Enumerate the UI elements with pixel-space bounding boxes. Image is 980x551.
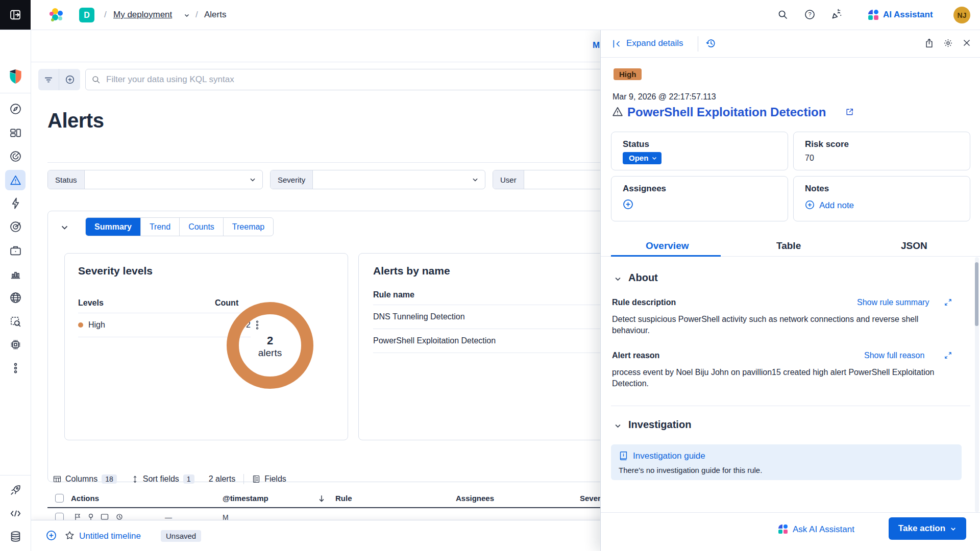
sidebar-item-cases[interactable] (10, 245, 21, 257)
notes-label: Notes (805, 184, 970, 194)
tab-summary[interactable]: Summary (86, 218, 140, 236)
elastic-logo[interactable] (47, 7, 65, 24)
timeline-title-button[interactable]: Untitled timeline (79, 531, 141, 541)
breadcrumb-page: Alerts (204, 10, 226, 20)
tab-treemap[interactable]: Treemap (223, 218, 273, 236)
assignees-card: Assignees (611, 176, 788, 221)
columns-button[interactable]: Columns (65, 474, 97, 484)
alerts-table-row-clipped[interactable]: — M (47, 509, 650, 520)
view-tab-group: Summary Trend Counts Treemap (85, 217, 274, 236)
breadcrumb-deployment[interactable]: My deployment (113, 10, 172, 20)
severity-filter-label: Severity (271, 170, 313, 189)
severity-table-row[interactable]: High 2 (78, 313, 251, 337)
ask-ai-assistant-button[interactable]: Ask AI Assistant (793, 524, 854, 535)
investigation-heading: Investigation (628, 419, 691, 431)
severity-level-value: High (88, 320, 229, 330)
close-icon[interactable] (962, 38, 971, 47)
status-open-button[interactable]: Open (623, 152, 662, 164)
select-all-checkbox[interactable] (55, 494, 64, 503)
tab-counts[interactable]: Counts (179, 218, 223, 236)
top-nav: D / My deployment / Alerts ? AI Assistan… (0, 0, 980, 30)
alert-count-label: 2 alerts (209, 474, 235, 484)
alerts-by-name-row[interactable]: PowerShell Exploitation Detection (373, 329, 640, 353)
about-collapse-chevron[interactable] (614, 275, 622, 283)
tab-trend[interactable]: Trend (140, 218, 179, 236)
flyout-settings-icon[interactable] (943, 38, 953, 48)
about-heading: About (628, 272, 658, 284)
risk-score-value: 70 (805, 154, 970, 163)
page-title: Alerts (47, 109, 104, 132)
chevron-down-icon (651, 155, 657, 161)
sidebar-item-discover[interactable] (10, 103, 21, 115)
avatar[interactable]: NJ (953, 7, 970, 23)
col-actions: Actions (71, 494, 99, 503)
sidebar-item-investigations[interactable] (10, 268, 21, 280)
timestamp-sort-desc-icon (318, 495, 325, 502)
col-timestamp[interactable]: @timestamp (223, 494, 268, 503)
fields-icon (252, 475, 260, 483)
collapse-nav-button[interactable] (0, 0, 31, 30)
take-action-button[interactable]: Take action (889, 517, 966, 540)
sidebar-item-cloud-security[interactable] (10, 221, 21, 233)
kql-search-box (85, 69, 667, 90)
alerts-by-name-row[interactable]: DNS Tunneling Detection (373, 305, 640, 329)
timeline-unsaved-badge: Unsaved (161, 530, 201, 542)
whats-new-icon[interactable] (831, 9, 842, 20)
chevron-down-icon (950, 525, 957, 532)
sidebar-item-dashboards[interactable] (10, 127, 21, 139)
status-filter[interactable]: Status (47, 170, 263, 189)
favorite-star-icon[interactable] (65, 531, 75, 540)
flyout-header: Expand details (601, 30, 980, 58)
sidebar-item-dev-tools[interactable] (10, 508, 21, 519)
sidebar-item-more[interactable] (11, 362, 20, 374)
sidebar-item-rules[interactable] (10, 151, 21, 162)
breadcrumb-slash2: / (195, 10, 198, 20)
sidebar-item-intelligence[interactable] (10, 316, 21, 328)
fields-button[interactable]: Fields (264, 474, 286, 484)
sort-fields-button[interactable]: Sort fields (143, 474, 179, 484)
investigation-collapse-chevron[interactable] (614, 422, 622, 430)
show-rule-summary-button[interactable]: Show rule summary (857, 298, 929, 307)
add-note-icon[interactable] (805, 200, 815, 210)
sidebar-item-stack-management[interactable] (10, 531, 21, 542)
severity-filter[interactable]: Severity (270, 170, 485, 189)
col-rule[interactable]: Rule (335, 494, 352, 503)
show-full-reason-button[interactable]: Show full reason (864, 351, 924, 360)
expand-details-icon[interactable] (612, 39, 621, 48)
sidebar-item-getting-started[interactable] (10, 484, 21, 496)
search-icon[interactable] (778, 10, 788, 20)
add-assignee-button[interactable] (623, 199, 633, 210)
sidebar-item-assets[interactable] (10, 339, 21, 350)
about-section-divider (611, 406, 970, 406)
add-filter-button[interactable] (59, 69, 80, 90)
manage-rules-link-cut[interactable]: M (593, 40, 600, 51)
flyout-scrollbar-thumb[interactable] (975, 262, 978, 326)
sidebar-item-findings[interactable] (10, 197, 21, 209)
ai-assistant-button[interactable]: AI Assistant (883, 10, 933, 20)
open-rule-popout-icon[interactable] (845, 108, 854, 116)
panel-expand-icon (10, 9, 21, 20)
alert-history-icon[interactable] (706, 38, 716, 48)
deployment-badge[interactable]: D (79, 8, 94, 22)
tab-overview[interactable]: Overview (646, 240, 689, 252)
filter-icon-button[interactable] (38, 69, 59, 90)
sidebar-item-explore[interactable] (10, 292, 21, 304)
warning-triangle-icon (612, 106, 623, 117)
investigation-guide-button[interactable]: Investigation guide (633, 451, 705, 461)
tab-table[interactable]: Table (776, 240, 801, 252)
high-severity-dot (78, 322, 83, 328)
help-icon[interactable]: ? (804, 9, 815, 20)
expand-details-button[interactable]: Expand details (626, 38, 683, 48)
svg-text:?: ? (808, 11, 811, 17)
kql-search-input[interactable] (106, 74, 667, 85)
alert-reason-text: process event by Noel Biju John on pavil… (612, 367, 943, 389)
share-icon[interactable] (924, 38, 934, 48)
chevron-down-icon (184, 12, 190, 18)
add-note-button[interactable]: Add note (819, 201, 854, 211)
rule-description-label: Rule description (612, 298, 676, 307)
security-solution-icon[interactable] (9, 69, 22, 84)
add-timeline-button[interactable] (46, 530, 57, 541)
alert-title-link[interactable]: PowerShell Exploitation Detection (627, 105, 826, 119)
tab-json[interactable]: JSON (901, 240, 927, 252)
collapse-summary-chevron[interactable] (60, 223, 69, 232)
